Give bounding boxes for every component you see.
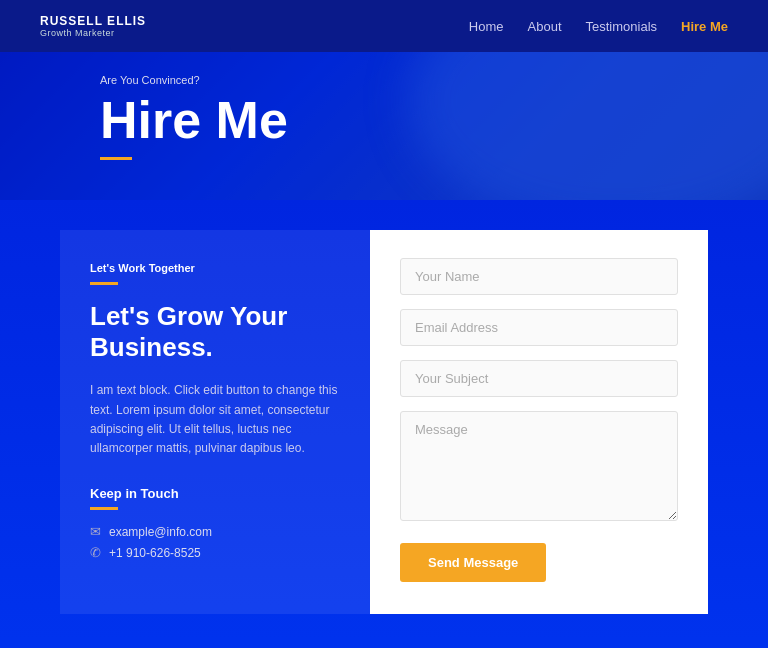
email-field-group (400, 309, 678, 346)
main-nav: Home About Testimonials Hire Me (469, 19, 728, 34)
nav-home[interactable]: Home (469, 19, 504, 34)
contact-email: example@info.com (109, 525, 212, 539)
nav-about[interactable]: About (528, 19, 562, 34)
nav-hire-me[interactable]: Hire Me (681, 19, 728, 34)
keep-divider (90, 507, 118, 510)
name-input[interactable] (400, 258, 678, 295)
message-field-group (400, 411, 678, 525)
message-textarea[interactable] (400, 411, 678, 521)
phone-icon: ✆ (90, 545, 101, 560)
subject-field-group (400, 360, 678, 397)
email-icon: ✉ (90, 524, 101, 539)
left-divider (90, 282, 118, 285)
logo-subtitle: Growth Marketer (40, 28, 146, 38)
hero-eyebrow: Are You Convinced? (100, 74, 288, 86)
keep-in-touch-label: Keep in Touch (90, 486, 340, 501)
logo-name: RUSSELL ELLIS (40, 14, 146, 28)
contact-form-panel: Send Message (370, 230, 708, 614)
site-header: RUSSELL ELLIS Growth Marketer Home About… (0, 0, 768, 52)
subject-input[interactable] (400, 360, 678, 397)
logo: RUSSELL ELLIS Growth Marketer (40, 14, 146, 38)
nav-testimonials[interactable]: Testimonials (586, 19, 658, 34)
contact-phone: +1 910-626-8525 (109, 546, 201, 560)
contact-email-row: ✉ example@info.com (90, 524, 340, 539)
send-button[interactable]: Send Message (400, 543, 546, 582)
contact-phone-row: ✆ +1 910-626-8525 (90, 545, 340, 560)
hero-title: Hire Me (100, 92, 288, 149)
main-section: Let's Work Together Let's Grow Your Busi… (0, 200, 768, 648)
left-eyebrow: Let's Work Together (90, 262, 340, 274)
name-field-group (400, 258, 678, 295)
left-heading: Let's Grow Your Business. (90, 301, 340, 363)
email-input[interactable] (400, 309, 678, 346)
hero-divider (100, 157, 132, 160)
left-body: I am text block. Click edit button to ch… (90, 381, 340, 458)
left-panel: Let's Work Together Let's Grow Your Busi… (60, 230, 370, 614)
